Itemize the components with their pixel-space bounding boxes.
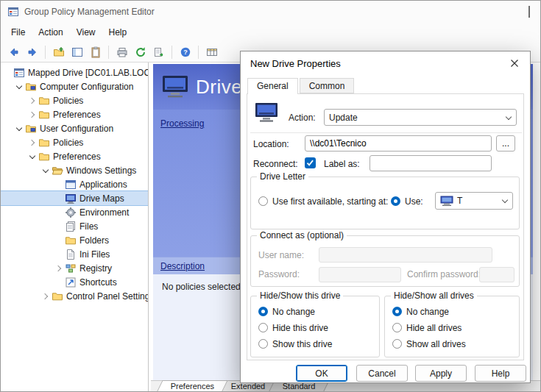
tab-preferences[interactable]: Preferences	[157, 380, 228, 391]
hide-show-all-drives-title: Hide/Show all drives	[391, 291, 477, 301]
close-button[interactable]	[509, 57, 520, 69]
menu-file[interactable]: File	[4, 24, 32, 40]
hide-all-drives-radio[interactable]	[392, 323, 402, 332]
use-first-available-label: Use first available, starting at:	[272, 196, 388, 207]
up-one-level-button[interactable]	[50, 43, 67, 60]
expand-chevron[interactable]	[27, 96, 38, 106]
print-button[interactable]	[113, 43, 130, 60]
help-button[interactable]: Help	[475, 365, 526, 382]
gpme-window: Group Policy Management Editor File Acti…	[0, 0, 541, 392]
user-configuration-icon	[25, 123, 37, 135]
expand-chevron[interactable]	[27, 110, 38, 120]
collapse-chevron[interactable]	[14, 124, 24, 134]
help-button[interactable]: ?	[177, 43, 194, 60]
refresh-button[interactable]	[132, 43, 149, 60]
hide-show-all-drives-group: Hide/Show all drives No change Hide all …	[384, 296, 520, 357]
label-as-label: Label as:	[324, 159, 360, 169]
all-no-change-radio[interactable]	[392, 307, 402, 316]
hide-this-drive-radio[interactable]	[258, 323, 268, 332]
tab-common[interactable]: Common	[300, 78, 355, 93]
tree-item-windows-settings[interactable]: Windows Settings	[1, 163, 148, 177]
environment-icon	[65, 207, 77, 218]
collapse-chevron[interactable]	[27, 152, 38, 162]
columns-button[interactable]	[203, 43, 220, 60]
expand-chevron[interactable]	[54, 263, 64, 274]
tree-item-applications[interactable]: Applications	[1, 177, 148, 191]
show-console-tree-button[interactable]	[68, 43, 85, 60]
tree-item-files[interactable]: Files	[1, 219, 148, 233]
check-icon	[306, 159, 314, 167]
use-first-available-radio[interactable]	[258, 196, 268, 206]
menu-view[interactable]: View	[70, 24, 102, 40]
cancel-button[interactable]: Cancel	[356, 365, 408, 382]
processing-link[interactable]: Processing	[160, 118, 204, 129]
tree-item-environment[interactable]: Environment	[1, 205, 148, 219]
drive-letter-value: T	[457, 196, 502, 206]
tree-item-preferences[interactable]: Preferences	[1, 107, 148, 121]
hide-all-drives-label: Hide all drives	[406, 323, 462, 333]
action-value: Update	[329, 113, 506, 123]
tree-item-policies[interactable]: Policies	[1, 93, 148, 107]
expand-chevron	[2, 68, 13, 78]
ini-files-icon	[65, 249, 77, 260]
tree-item-computer-configuration[interactable]: Computer Configuration	[1, 79, 148, 93]
folder-icon	[38, 137, 50, 149]
label-as-input[interactable]	[369, 155, 492, 171]
clipboard-icon	[90, 46, 102, 58]
description-link[interactable]: Description	[160, 261, 205, 271]
tree-item-preferences[interactable]: Preferences	[1, 149, 148, 163]
tree-item-folders[interactable]: Folders	[1, 233, 148, 247]
refresh-icon	[135, 46, 146, 58]
tree-item-shortcuts[interactable]: Shortcuts	[1, 275, 148, 289]
tree-item-mapped-drive-root[interactable]: Mapped Drive [DC01.LAB.LOCA	[1, 65, 148, 79]
tree-item-policies[interactable]: Policies	[1, 135, 148, 149]
user-name-label: User name:	[258, 250, 304, 260]
location-input[interactable]	[305, 135, 492, 152]
confirm-password-input	[479, 267, 515, 282]
password-label: Password:	[258, 269, 300, 279]
expand-chevron[interactable]	[40, 291, 51, 302]
toolbar-separator	[198, 46, 199, 59]
open-folder-icon	[52, 165, 63, 177]
export-list-icon	[153, 46, 165, 58]
new-drive-properties-dialog: New Drive Properties General Common Acti…	[240, 51, 531, 383]
forward-button[interactable]	[24, 43, 40, 60]
use-radio[interactable]	[391, 196, 400, 206]
reconnect-checkbox[interactable]	[305, 157, 316, 168]
menu-help[interactable]: Help	[102, 24, 134, 40]
tree-item-registry[interactable]: Registry	[1, 261, 148, 275]
this-no-change-radio[interactable]	[258, 307, 268, 316]
show-this-drive-label: Show this drive	[272, 339, 332, 349]
folders-icon	[65, 235, 77, 246]
properties-button[interactable]	[87, 43, 104, 60]
show-all-drives-radio[interactable]	[392, 339, 402, 349]
export-list-button[interactable]	[150, 43, 167, 60]
tree-item-drive-maps[interactable]: Drive Maps	[1, 191, 148, 205]
ok-button[interactable]: OK	[296, 365, 347, 382]
tree-item-control-panel-settings[interactable]: Control Panel Setting	[1, 289, 148, 303]
show-this-drive-radio[interactable]	[258, 339, 268, 349]
tab-general[interactable]: General	[247, 78, 298, 94]
collapse-chevron[interactable]	[14, 82, 24, 92]
action-dropdown[interactable]: Update	[324, 109, 517, 126]
console-tree-icon	[71, 46, 83, 58]
connect-as-group: Connect as (optional) User name: Passwor…	[250, 235, 520, 287]
back-button[interactable]	[5, 43, 22, 60]
up-folder-icon	[53, 46, 65, 58]
drive-letter-dropdown[interactable]: T	[435, 192, 513, 210]
chevron-down-icon	[506, 115, 512, 121]
folder-icon	[38, 109, 50, 121]
collapse-chevron[interactable]	[40, 165, 51, 176]
help-icon: ?	[180, 46, 191, 58]
apply-button[interactable]: Apply	[415, 365, 467, 382]
expand-chevron	[54, 179, 64, 190]
dialog-title-bar: New Drive Properties	[241, 51, 530, 75]
menu-action[interactable]: Action	[32, 24, 69, 40]
expand-chevron[interactable]	[27, 138, 38, 148]
maximize-icon[interactable]	[528, 6, 530, 18]
tree-item-ini-files[interactable]: Ini Files	[1, 247, 148, 261]
tree-item-user-configuration[interactable]: User Configuration	[1, 121, 148, 135]
browse-button[interactable]: ...	[496, 135, 515, 152]
reconnect-label: Reconnect:	[253, 159, 298, 169]
applications-icon	[65, 179, 77, 190]
